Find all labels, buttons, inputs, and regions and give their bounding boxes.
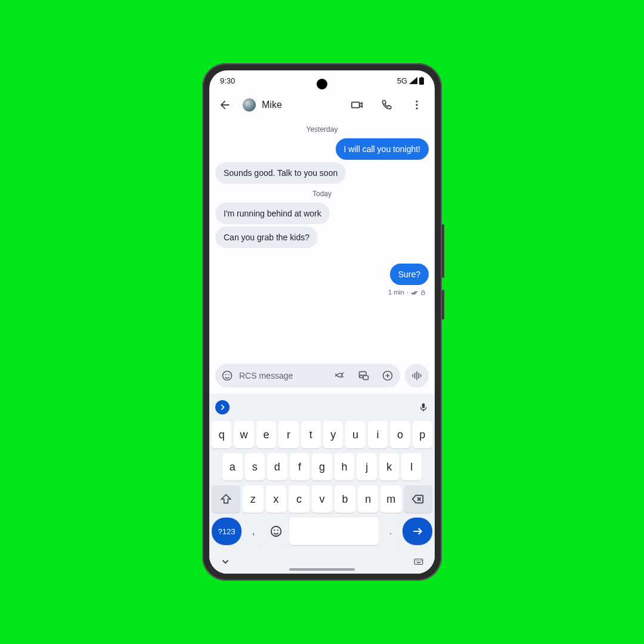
- message-bubble: I'm running behind at work: [215, 203, 330, 224]
- date-divider: Yesterday: [215, 125, 429, 134]
- key-h[interactable]: h: [335, 453, 355, 481]
- key-f[interactable]: f: [290, 453, 310, 481]
- keyboard-row-1: qwertyuiop: [212, 421, 432, 448]
- keyboard-settings-button[interactable]: [413, 556, 424, 567]
- video-call-button[interactable]: [345, 93, 369, 117]
- key-b[interactable]: b: [335, 485, 355, 513]
- key-l[interactable]: l: [401, 453, 422, 481]
- emoji-icon: [270, 525, 283, 538]
- gallery-button[interactable]: [355, 370, 373, 382]
- volume-button: [442, 224, 444, 278]
- compose-input-pill[interactable]: RCS message: [215, 364, 400, 388]
- message-incoming[interactable]: Can you grab the kids?: [215, 227, 429, 248]
- video-icon: [351, 98, 364, 112]
- message-outgoing[interactable]: I will call you tonight!: [215, 138, 429, 160]
- message-bubble: Sure?: [390, 264, 429, 285]
- key-q[interactable]: q: [212, 421, 231, 448]
- svg-point-4: [416, 107, 417, 109]
- key-n[interactable]: n: [358, 485, 379, 513]
- backspace-key[interactable]: [404, 485, 432, 513]
- keyboard-toolbar: [209, 397, 435, 417]
- svg-point-2: [416, 101, 417, 103]
- clock: 9:30: [220, 76, 235, 85]
- key-d[interactable]: d: [267, 453, 287, 481]
- key-g[interactable]: g: [312, 453, 332, 481]
- key-c[interactable]: c: [289, 485, 309, 513]
- key-m[interactable]: m: [380, 485, 401, 513]
- conversation-list[interactable]: Yesterday I will call you tonight! Sound…: [209, 119, 435, 359]
- enter-key[interactable]: [402, 518, 432, 545]
- voice-message-button[interactable]: [405, 364, 429, 388]
- message-bubble: I will call you tonight!: [336, 138, 429, 160]
- message-incoming[interactable]: Sounds good. Talk to you soon: [215, 162, 429, 184]
- keyboard-expand-button[interactable]: [215, 400, 230, 414]
- front-camera: [317, 79, 327, 89]
- backspace-icon: [411, 493, 425, 506]
- voice-call-button[interactable]: [375, 93, 399, 117]
- back-button[interactable]: [213, 93, 237, 117]
- shift-key[interactable]: [212, 485, 240, 513]
- space-key[interactable]: [289, 518, 379, 545]
- message-status: 1 min ·: [215, 287, 429, 299]
- gallery-icon: [358, 370, 370, 382]
- mic-icon: [418, 402, 429, 413]
- gesture-nav-handle[interactable]: [289, 568, 355, 571]
- arrow-left-icon: [218, 98, 231, 112]
- key-z[interactable]: z: [243, 485, 264, 513]
- svg-point-8: [228, 374, 230, 375]
- key-v[interactable]: v: [312, 485, 333, 513]
- key-k[interactable]: k: [379, 453, 400, 481]
- key-i[interactable]: i: [368, 421, 388, 448]
- magic-icon: [334, 370, 346, 382]
- overflow-menu-button[interactable]: [405, 93, 429, 117]
- emoji-picker-icon[interactable]: [221, 370, 233, 382]
- comma-key[interactable]: ,: [244, 518, 263, 545]
- message-bubble: Can you grab the kids?: [215, 227, 318, 248]
- add-attachment-button[interactable]: [379, 370, 397, 382]
- key-o[interactable]: o: [390, 421, 410, 448]
- keyboard-row-3: zxcvbnm: [212, 485, 432, 513]
- more-vert-icon: [411, 99, 423, 111]
- svg-rect-10: [363, 376, 368, 380]
- voice-typing-button[interactable]: [418, 402, 429, 413]
- key-y[interactable]: y: [323, 421, 343, 448]
- contact-avatar[interactable]: [243, 98, 256, 112]
- svg-rect-21: [417, 562, 420, 564]
- key-a[interactable]: a: [222, 453, 243, 481]
- svg-point-6: [223, 371, 232, 380]
- shift-icon: [220, 493, 232, 505]
- contact-name[interactable]: Mike: [262, 100, 282, 110]
- key-s[interactable]: s: [245, 453, 265, 481]
- date-divider: Today: [215, 190, 429, 198]
- battery-icon: [419, 77, 424, 85]
- key-r[interactable]: r: [278, 421, 298, 448]
- key-e[interactable]: e: [256, 421, 276, 448]
- svg-rect-16: [414, 559, 423, 565]
- key-u[interactable]: u: [345, 421, 365, 448]
- network-label: 5G: [397, 76, 407, 85]
- emoji-key[interactable]: [265, 518, 287, 545]
- key-j[interactable]: j: [357, 453, 377, 481]
- phone-frame: 9:30 5G Mike: [202, 63, 442, 581]
- svg-rect-12: [422, 403, 425, 408]
- svg-point-7: [225, 374, 227, 375]
- power-button: [442, 290, 444, 320]
- svg-point-17: [416, 561, 417, 562]
- magic-compose-button[interactable]: [331, 370, 349, 382]
- key-p[interactable]: p: [413, 421, 432, 448]
- key-t[interactable]: t: [301, 421, 321, 448]
- message-outgoing[interactable]: Sure?: [215, 264, 429, 285]
- key-x[interactable]: x: [266, 485, 287, 513]
- compose-placeholder: RCS message: [239, 371, 325, 380]
- collapse-keyboard-button[interactable]: [220, 556, 231, 567]
- signal-icon: [409, 77, 417, 84]
- keyboard-row-2: asdfghjkl: [212, 453, 432, 481]
- waveform-icon: [411, 370, 423, 382]
- svg-rect-1: [421, 77, 423, 78]
- symbols-key[interactable]: ?123: [212, 518, 242, 545]
- message-incoming[interactable]: I'm running behind at work: [215, 203, 429, 224]
- key-w[interactable]: w: [234, 421, 253, 448]
- period-key[interactable]: .: [381, 518, 400, 545]
- keyboard-row-4: ?123 , .: [212, 518, 432, 545]
- svg-point-13: [271, 527, 281, 537]
